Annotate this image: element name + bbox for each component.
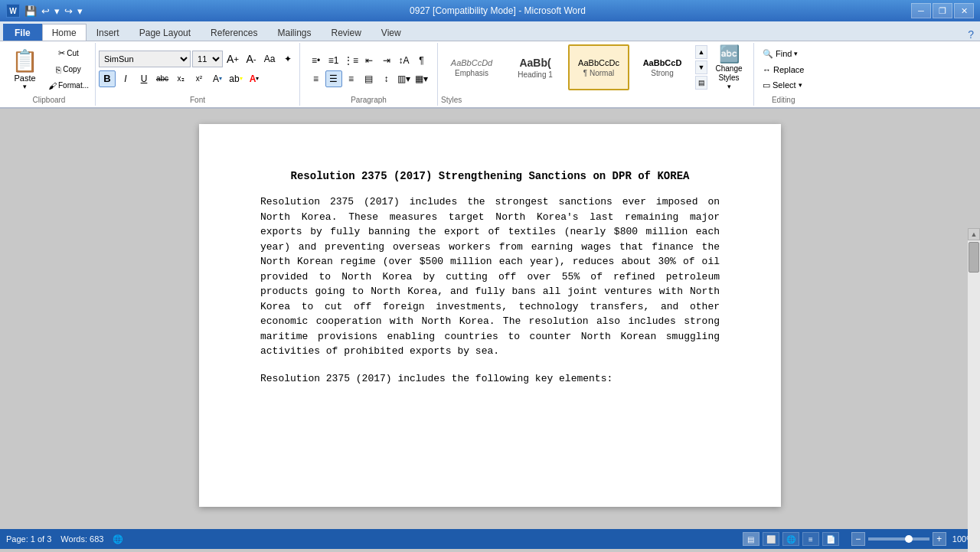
style-emphasis-preview: AaBbCcDd [451, 58, 492, 67]
page-indicator: Page: 1 of 3 [6, 534, 51, 544]
main-content: Resolution 2375 (2017) Strengthening San… [0, 109, 980, 549]
borders-btn[interactable]: ▦▾ [413, 70, 430, 87]
styles-scroll-down[interactable]: ▼ [695, 60, 707, 74]
strikethrough-button[interactable]: abc [154, 70, 171, 87]
web-layout-btn[interactable]: 🌐 [782, 532, 799, 546]
format-painter-button[interactable]: 🖌 Format... [45, 78, 92, 93]
styles-scroll-up[interactable]: ▲ [695, 45, 707, 59]
highlight-btn[interactable]: ab▾ [227, 70, 244, 87]
scroll-track[interactable] [968, 240, 980, 552]
tab-page-layout[interactable]: Page Layout [129, 24, 201, 41]
styles-scroll-more[interactable]: ▤ [695, 76, 707, 90]
right-scrollbar: ▲ ◀ ● ▶ ▼ [968, 228, 980, 552]
align-right-btn[interactable]: ≡ [343, 70, 360, 87]
increase-indent-btn[interactable]: ⇥ [378, 52, 395, 69]
full-screen-btn[interactable]: ⬜ [763, 532, 779, 546]
styles-label: Styles [441, 94, 707, 104]
replace-icon: ↔ [763, 65, 771, 74]
line-spacing-btn[interactable]: ↕ [378, 70, 395, 87]
select-arrow[interactable]: ▾ [799, 81, 802, 89]
clipboard-small-btns: ✂ Cut ⎘ Copy 🖌 Format... [45, 46, 92, 93]
tab-view[interactable]: View [371, 24, 411, 41]
paste-button[interactable]: 📋 Paste ▾ [6, 47, 44, 93]
zoom-slider[interactable] [868, 537, 929, 541]
sort-btn[interactable]: ↕A [396, 52, 413, 69]
decrease-font-btn[interactable]: A- [243, 51, 260, 67]
zoom-out-btn[interactable]: − [851, 532, 865, 546]
paste-dropdown[interactable]: ▾ [23, 83, 27, 90]
title-bar: W 💾 ↩ ▾ ↪ ▾ 0927 [Compatibility Mode] - … [0, 0, 980, 21]
style-strong[interactable]: AaBbCcD Strong [632, 44, 693, 90]
zoom-in-btn[interactable]: + [933, 532, 946, 546]
status-bar: Page: 1 of 3 Words: 683 🌐 ▤ ⬜ 🌐 ≡ 📄 − + … [0, 529, 980, 549]
style-heading1[interactable]: AaBb( Heading 1 [505, 44, 566, 90]
change-case-btn[interactable]: Aa [261, 51, 278, 67]
subscript-button[interactable]: x₂ [172, 70, 189, 87]
superscript-button[interactable]: x² [191, 70, 207, 87]
font-name-select[interactable]: SimSun [99, 51, 191, 67]
minimize-btn[interactable]: ─ [911, 3, 931, 18]
italic-button[interactable]: I [117, 70, 134, 87]
bullets-btn[interactable]: ≡• [308, 52, 325, 69]
tab-file[interactable]: File [3, 24, 42, 41]
clipboard-content: 📋 Paste ▾ ✂ Cut ⎘ Copy 🖌 Format... [6, 44, 92, 94]
tab-review[interactable]: Review [321, 24, 371, 41]
quick-access-toolbar: 💾 ↩ ▾ ↪ ▾ [23, 5, 84, 17]
window-controls: ─ ❐ ✕ [911, 3, 974, 18]
restore-btn[interactable]: ❐ [933, 3, 952, 18]
show-marks-btn[interactable]: ¶ [413, 52, 430, 69]
align-left-btn[interactable]: ≡ [308, 70, 325, 87]
shading-btn[interactable]: ▥▾ [396, 70, 413, 87]
redo-qa-btn[interactable]: ↪ [63, 5, 74, 17]
font-group: SimSun 11 A+ A- Aa ✦ B I U abc x₂ x² A▾ … [96, 43, 300, 106]
style-heading1-preview: AaBb( [519, 57, 550, 69]
align-center-btn[interactable]: ☰ [325, 70, 342, 87]
clipboard-label: Clipboard [33, 94, 66, 104]
select-label: Select [773, 80, 796, 90]
find-arrow[interactable]: ▾ [794, 50, 798, 57]
replace-label: Replace [773, 65, 804, 74]
styles-row: AaBbCcDd Emphasis AaBb( Heading 1 AaBbCc… [441, 44, 707, 90]
change-styles-button[interactable]: 🔤 Change Styles ▾ [707, 44, 750, 90]
increase-font-btn[interactable]: A+ [224, 51, 241, 67]
tab-insert[interactable]: Insert [87, 24, 129, 41]
app-icon: W [6, 4, 20, 18]
styles-scroll: ▲ ▼ ▤ [695, 45, 707, 90]
save-qa-btn[interactable]: 💾 [23, 5, 38, 17]
font-size-select[interactable]: 11 [192, 51, 223, 67]
title-bar-left: W 💾 ↩ ▾ ↪ ▾ [6, 4, 84, 18]
justify-btn[interactable]: ▤ [361, 70, 377, 87]
word-count: Words: 683 [60, 534, 103, 544]
tab-references[interactable]: References [201, 24, 267, 41]
document-area[interactable]: Resolution 2375 (2017) Strengthening San… [0, 109, 980, 529]
copy-button[interactable]: ⎘ Copy [45, 62, 92, 77]
close-btn[interactable]: ✕ [954, 3, 974, 18]
replace-button[interactable]: ↔ Replace [757, 63, 809, 77]
find-button[interactable]: 🔍 Find ▾ [757, 47, 803, 61]
customize-qa-btn[interactable]: ▾ [76, 5, 84, 17]
scroll-thumb[interactable] [969, 242, 979, 273]
numbering-btn[interactable]: ≡1 [325, 52, 342, 69]
document-paragraph-1: Resolution 2375 (2017) includes the stro… [260, 194, 720, 359]
bold-button[interactable]: B [99, 70, 116, 87]
undo-dropdown-btn[interactable]: ▾ [53, 5, 61, 17]
cut-button[interactable]: ✂ Cut [45, 46, 92, 61]
text-effects-btn[interactable]: A▾ [209, 70, 226, 87]
select-button[interactable]: ▭ Select ▾ [757, 78, 808, 93]
multilevel-btn[interactable]: ⋮≡ [343, 52, 360, 69]
clear-format-btn[interactable]: ✦ [279, 51, 296, 67]
style-normal[interactable]: AaBbCcDc ¶ Normal [568, 44, 629, 90]
style-emphasis[interactable]: AaBbCcDd Emphasis [441, 44, 502, 90]
draft-btn[interactable]: 📄 [822, 532, 839, 546]
print-layout-btn[interactable]: ▤ [743, 532, 760, 546]
scroll-top-btn[interactable]: ▲ [968, 228, 980, 240]
undo-qa-btn[interactable]: ↩ [40, 5, 51, 17]
decrease-indent-btn[interactable]: ⇤ [361, 52, 377, 69]
tab-mailings[interactable]: Mailings [267, 24, 321, 41]
para-row-1: ≡• ≡1 ⋮≡ ⇤ ⇥ ↕A ¶ [308, 52, 430, 69]
outline-btn[interactable]: ≡ [802, 532, 819, 546]
tab-home[interactable]: Home [42, 24, 87, 41]
font-color-btn[interactable]: A▾ [246, 70, 263, 87]
underline-button[interactable]: U [136, 70, 152, 87]
help-icon[interactable]: ? [962, 28, 980, 41]
